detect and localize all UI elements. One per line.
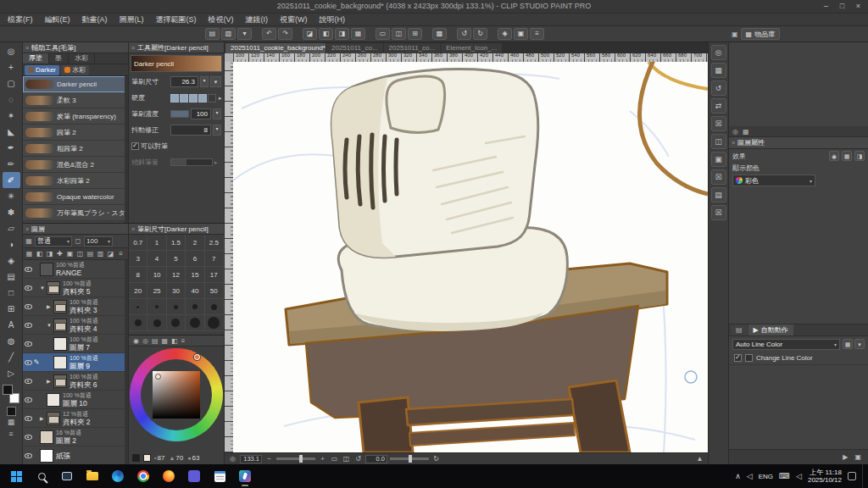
hardness-segment[interactable] xyxy=(170,94,179,103)
collapsed-panel-3-icon[interactable]: ▣ xyxy=(711,152,726,167)
clear-icon[interactable]: ◪ xyxy=(303,28,317,40)
folder-arrow-icon[interactable]: ▶ xyxy=(47,378,53,384)
workspace-panel-icon[interactable]: ▣ xyxy=(514,28,528,40)
collapsed-panel-1-icon[interactable]: ☒ xyxy=(711,116,726,131)
auto-action-footer-icon-0[interactable]: ▶ xyxy=(843,453,848,461)
brush-size-spinner[interactable] xyxy=(200,76,209,87)
layer-row[interactable]: ▶100 %普通資料夾 6 xyxy=(23,372,128,391)
sv-marker[interactable] xyxy=(155,374,161,380)
selection-tool[interactable]: ▢ xyxy=(3,75,20,92)
display-color-select[interactable]: 彩色 xyxy=(732,175,815,186)
hardness-segment[interactable] xyxy=(208,94,216,103)
panel-menu-icon[interactable]: ≡ xyxy=(732,140,735,146)
eraser-tool[interactable]: ▱ xyxy=(3,220,20,236)
subtool-group-tab-0[interactable]: 厚塗 xyxy=(23,53,49,64)
brush-size-cell[interactable]: 7 xyxy=(205,251,224,267)
brush-size-dot-cell[interactable] xyxy=(205,299,224,315)
zoom-in-button[interactable]: + xyxy=(318,455,327,463)
panel-menu-icon[interactable]: ≡ xyxy=(25,45,29,51)
gradient-tool[interactable]: ▤ xyxy=(3,269,20,285)
color-panel-tab-1[interactable]: ◎ xyxy=(142,337,148,345)
color-panel-tab-0[interactable]: ◉ xyxy=(133,337,139,345)
pressure-checkbox[interactable] xyxy=(131,142,139,150)
eyedropper-tool[interactable]: ◣ xyxy=(3,124,20,140)
brush-tool[interactable]: ✐ xyxy=(3,172,20,188)
color-panel-tab-2[interactable]: ▤ xyxy=(152,337,159,345)
effect-icon-1[interactable]: ▦ xyxy=(842,151,852,161)
material-footer-icon-1[interactable]: ▦ xyxy=(743,128,749,136)
brush-item[interactable]: 粗圓筆 2 xyxy=(23,141,128,157)
pen-tool[interactable]: ✒ xyxy=(3,140,20,156)
layer-visibility-toggle[interactable] xyxy=(23,341,33,347)
show-desktop-button[interactable] xyxy=(862,464,865,488)
auto-select-tool[interactable]: ✶ xyxy=(3,108,20,124)
color-set-icon[interactable]: ▦ xyxy=(3,416,19,428)
auto-action-icon-0[interactable]: ▦ xyxy=(843,339,853,349)
close-button[interactable]: × xyxy=(850,0,866,14)
taskbar-app-calendar[interactable] xyxy=(209,466,231,486)
brush-item[interactable]: 柔軟 3 xyxy=(23,92,128,108)
material-extra-icon[interactable]: ▣ xyxy=(732,30,738,38)
collapsed-panel-5-icon[interactable]: ▤ xyxy=(711,187,726,202)
layer-command-2[interactable]: ◨ xyxy=(45,249,54,259)
document-tab[interactable]: Element_Icon_... xyxy=(441,43,502,53)
brush-size-dot-cell[interactable] xyxy=(147,299,166,315)
history-icon[interactable]: ↺ xyxy=(711,80,726,96)
collapsed-panel-4-icon[interactable]: ☒ xyxy=(711,169,726,185)
document-tab[interactable]: 20251011_cookie_background* xyxy=(225,43,326,53)
rotation-value[interactable]: 0.0 xyxy=(365,455,387,463)
tray-network-icon[interactable]: ◁ xyxy=(747,472,753,480)
document-tab[interactable]: 20251011_co... xyxy=(384,43,441,53)
layer-visibility-toggle[interactable] xyxy=(23,360,33,365)
move-tool[interactable]: + xyxy=(3,59,20,75)
fill-tool[interactable]: ◈ xyxy=(3,252,20,269)
layer-command-0[interactable]: ▦ xyxy=(25,249,34,259)
operation-tool[interactable]: ▷ xyxy=(3,365,20,381)
brush-size-dot-cell[interactable] xyxy=(186,299,204,315)
brush-item[interactable]: 水彩圓筆 2 xyxy=(23,173,128,189)
tray-ime-icon[interactable]: ⌨ xyxy=(779,472,790,480)
brush-item[interactable]: Opaque watercolor xyxy=(23,189,128,205)
layer-visibility-toggle[interactable] xyxy=(23,286,33,291)
text-tool[interactable]: A xyxy=(3,317,20,333)
zoom-tool-icon[interactable]: ◎ xyxy=(228,455,237,463)
brush-size-dot-cell[interactable] xyxy=(129,299,147,315)
panel-menu-icon[interactable]: ≡ xyxy=(25,226,29,232)
color-swatches[interactable] xyxy=(3,385,19,403)
effect-icon-0[interactable]: ◉ xyxy=(829,151,839,161)
line-correct-tool[interactable]: ╱ xyxy=(3,349,20,365)
airbrush-tool[interactable]: ✳ xyxy=(3,188,20,204)
brush-size-cell[interactable]: 12 xyxy=(167,267,186,283)
layer-row[interactable]: ✎100 %普通圖層 9 xyxy=(23,353,128,372)
subtool-group-tab-2[interactable]: 水彩 xyxy=(69,53,95,64)
folder-arrow-icon[interactable]: ▼ xyxy=(47,323,53,328)
layer-visibility-toggle[interactable] xyxy=(23,304,33,309)
stabilization-input[interactable]: 8 xyxy=(170,125,211,136)
density-slider[interactable] xyxy=(170,110,189,118)
layer-command-5[interactable]: ◫ xyxy=(75,249,85,259)
layer-row[interactable]: ▼100 %普通資料夾 5 xyxy=(23,279,128,297)
menu-item-2[interactable]: 動畫(A) xyxy=(76,14,114,25)
panel-menu-icon[interactable]: ≡ xyxy=(131,45,135,51)
hardness-segment[interactable] xyxy=(180,94,188,103)
layer-row[interactable]: 100 %普通RANGE xyxy=(23,260,128,279)
show-grid-icon[interactable]: ▩ xyxy=(432,28,447,40)
layer-visibility-toggle[interactable] xyxy=(23,323,33,328)
layer-command-6[interactable]: ▤ xyxy=(86,249,95,259)
layer-row[interactable]: 100 %普通圖層 10 xyxy=(23,391,128,409)
lasso-tool[interactable]: ◌ xyxy=(3,92,20,108)
brush-size-cell[interactable]: 30 xyxy=(167,283,186,299)
brush-size-dot-cell[interactable] xyxy=(167,315,186,331)
brush-set-tab-0[interactable]: Darker xyxy=(25,65,59,75)
layer-row[interactable]: 16 %普通圖層 2 xyxy=(23,428,128,446)
folder-arrow-icon[interactable]: ▶ xyxy=(40,415,47,421)
taskbar-app-explorer[interactable] xyxy=(81,466,103,486)
tray-language[interactable]: ENG xyxy=(759,473,773,480)
auto-action-icon-1[interactable]: ▾ xyxy=(854,339,865,349)
auto-action-item[interactable]: Change Line Color xyxy=(729,352,868,365)
brush-size-cell[interactable]: 10 xyxy=(147,267,166,283)
collapsed-panel-6-icon[interactable]: ☒ xyxy=(711,205,726,220)
color-panel-tab-5[interactable]: ≡ xyxy=(181,337,186,345)
brush-size-cell[interactable]: 1.5 xyxy=(167,235,186,251)
tray-hidden-icons-icon[interactable]: ∧ xyxy=(735,472,741,480)
